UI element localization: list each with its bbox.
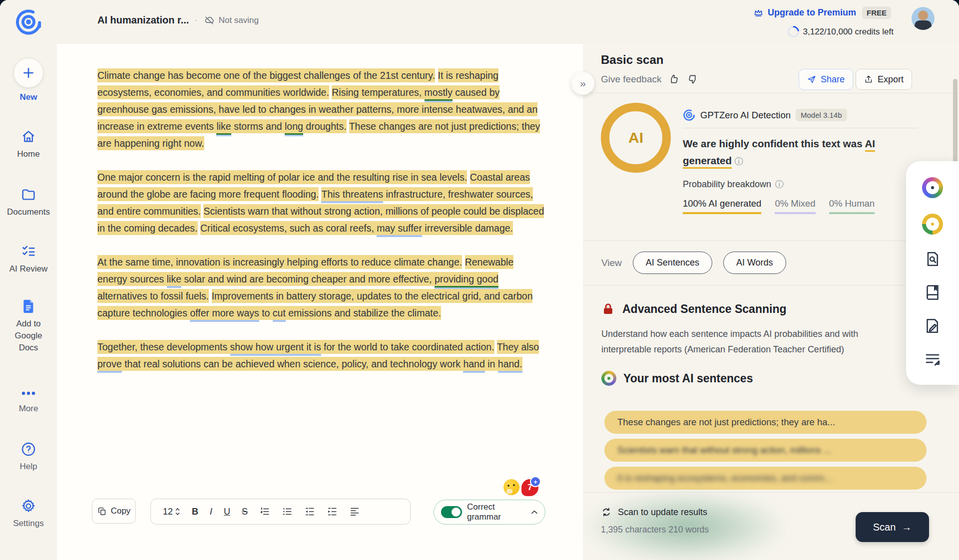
credits-progress-icon [785,23,801,39]
document-text[interactable]: Climate change has become one of the big… [97,67,545,389]
sidebar-item-help[interactable]: Help [0,441,57,473]
grammar-suggestion-span[interactable]: prove [97,357,122,373]
bold-button[interactable]: B [192,507,198,517]
font-size-value: 12 [163,507,173,517]
sidebar-item-label: Help [0,461,57,473]
sidebar-item-settings[interactable]: Settings [0,498,57,530]
grammar-toggle-label: Correct grammar [467,502,526,522]
grammar-suggestion-span[interactable]: cut [273,306,286,322]
app-window: New Home Documents AI Review [0,0,959,560]
verdict-text: We are highly confident this text was AI… [683,135,903,170]
paragraph[interactable]: Climate change has become one of the big… [97,67,545,152]
grammar-suggestion-span[interactable]: like [216,119,231,135]
tab-ai-sentences[interactable]: AI Sentences [633,252,712,274]
underline-button[interactable]: U [224,507,230,517]
copy-button[interactable]: Copy [92,499,136,524]
grammar-suggestion-span[interactable]: This threatens [321,187,383,203]
gptzero-logo-icon[interactable] [14,8,42,36]
upgrade-premium-link[interactable]: Upgrade to Premium [753,7,856,18]
sidebar-item-label: Add to Google Docs [7,318,50,354]
credits-remaining: 3,122/10,000 credits left [788,26,894,37]
user-avatar[interactable] [912,7,935,30]
google-docs-icon [0,298,57,314]
ai-detector-tool-icon[interactable] [922,177,943,198]
grammar-suggestions-widget[interactable]: 7 + [503,479,538,496]
sidebar-item-more[interactable]: More [0,387,57,415]
italic-button[interactable]: I [210,507,212,517]
info-icon[interactable]: ⓘ [735,157,743,166]
probability-ai: 100% AI generated [683,198,761,214]
info-icon[interactable]: ⓘ [775,179,784,190]
indent-button[interactable] [327,506,338,517]
chevrons-right-icon: » [580,77,586,89]
numbered-list-button[interactable] [259,506,270,517]
suggestions-count-badge[interactable]: 7 + [521,479,538,496]
grammar-suggestion-span[interactable]: providing good [435,272,498,287]
plagiarism-check-icon[interactable] [924,250,942,268]
document-editor: Climate change has become one of the big… [57,44,583,560]
verdict-prefix: We are highly confident this text was [683,138,865,149]
ai-sentence-text: Scientists warn that without strong acti… [617,445,831,456]
saving-status-label: Not saving [219,15,259,25]
paragraph[interactable]: At the same time, innovation is increasi… [97,254,545,321]
thumbs-up-icon[interactable] [668,73,680,85]
grammar-suggestion-span[interactable]: offer more ways [190,306,259,322]
sidebar-item-new[interactable]: New [0,58,57,103]
paragraph[interactable]: One major concern is the rapid melting o… [97,169,545,237]
tab-ai-words[interactable]: AI Words [723,252,786,274]
text-span [494,341,497,352]
collapse-panel-button[interactable]: » [571,72,594,95]
gear-icon [0,498,57,514]
scan-button[interactable]: Scan → [856,512,929,542]
grammar-suggestion-span[interactable]: show how urgent it is [230,340,321,356]
ai-sentence-text: It is reshaping ecosystems, economies, a… [617,473,832,484]
scan-results-panel: Basic scan Give feedback Share Export AI [583,44,959,560]
font-size-stepper[interactable]: 12 [163,507,180,517]
grammar-suggestion-span[interactable]: like [167,272,181,288]
editor-tool-icon[interactable] [924,317,942,335]
copy-icon [97,507,107,516]
grammar-suggestion-span[interactable]: hand [463,357,484,373]
paragraph[interactable]: Together, these developments show how ur… [97,338,545,372]
character-word-count: 1,395 characters 210 words [601,525,709,535]
sidebar-item-home[interactable]: Home [0,129,57,160]
ai-sentence-chip[interactable]: It is reshaping ecosystems, economies, a… [604,467,927,490]
grammar-suggestion-span[interactable]: long [285,119,303,135]
sidebar-item-google-docs[interactable]: Add to Google Docs [0,298,57,354]
humanizer-tool-icon[interactable] [922,214,943,235]
document-title[interactable]: AI humanization r... [97,14,189,26]
outdent-button[interactable] [304,506,315,517]
sidebar-item-label: Home [0,148,57,160]
thumbs-down-icon[interactable] [687,73,698,85]
grammar-suggestion-span[interactable]: mostly [425,85,453,101]
share-button[interactable]: Share [799,69,853,90]
text-span [467,172,470,183]
folder-icon [0,187,57,203]
sidebar-item-label: AI Review [0,263,57,275]
checklist-icon [0,244,57,260]
summarizer-tool-icon[interactable] [924,350,942,368]
correct-grammar-toggle-pill[interactable]: Correct grammar [434,500,545,525]
gptzero-brand-icon [683,109,695,121]
plan-badge: FREE [862,6,891,19]
sidebar-item-documents[interactable]: Documents [0,187,57,218]
bullet-list-button[interactable] [282,506,293,517]
align-left-button[interactable] [349,506,360,517]
grammar-toggle-switch[interactable] [441,506,462,518]
view-label: View [601,258,622,269]
citation-book-icon[interactable] [924,283,942,301]
refresh-icon [601,507,612,518]
top-header: AI humanization r... · Not saving Upgrad… [57,0,959,44]
export-button[interactable]: Export [856,69,912,90]
new-document-button[interactable] [13,58,43,88]
sidebar-item-ai-review[interactable]: AI Review [0,244,57,275]
tools-rail [906,161,959,385]
ai-sentence-chip[interactable]: Scientists warn that without strong acti… [604,439,927,462]
grammar-suggestion-span[interactable]: hand. [498,357,522,373]
text-span: Together, these developments [97,340,230,354]
text-span: alternatives to fossil fuels. [97,289,209,303]
more-dots-icon [0,387,57,399]
ai-sentence-chip[interactable]: These changes are not just predictions; … [604,411,927,434]
grammar-suggestion-span[interactable]: may suffer [377,221,422,237]
strikethrough-button[interactable]: S [242,507,248,517]
